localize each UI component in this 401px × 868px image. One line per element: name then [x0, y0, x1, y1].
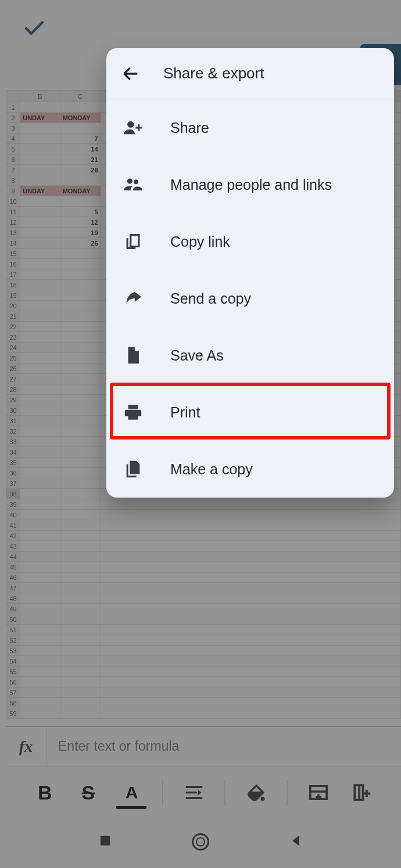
menu-item-label: Manage people and links [170, 177, 332, 193]
menu-title: Share & export [163, 64, 264, 82]
menu-item-label: Copy link [170, 233, 230, 250]
menu-item-label: Print [170, 404, 200, 421]
file-icon [123, 345, 144, 366]
person-add-icon [123, 117, 144, 138]
menu-item-copylink[interactable]: Copy link [106, 213, 394, 270]
people-icon [123, 174, 144, 195]
menu-item-label: Make a copy [170, 461, 253, 478]
menu-item-share[interactable]: Share [106, 99, 394, 156]
print-icon [123, 402, 144, 423]
menu-header: Share & export [106, 48, 394, 99]
copy-link-icon [123, 231, 144, 252]
file-copy-icon [123, 459, 144, 480]
arrow-share-icon [123, 288, 144, 309]
share-export-menu: Share & export ShareManage people and li… [106, 48, 394, 498]
menu-item-makecopy[interactable]: Make a copy [106, 441, 394, 498]
menu-item-label: Share [170, 120, 209, 136]
menu-item-label: Send a copy [170, 290, 251, 307]
menu-back-button[interactable] [120, 63, 141, 84]
menu-item-sendcopy[interactable]: Send a copy [106, 270, 394, 327]
menu-item-manage[interactable]: Manage people and links [106, 156, 394, 213]
menu-item-print[interactable]: Print [106, 384, 394, 441]
menu-item-label: Save As [170, 347, 224, 364]
menu-item-saveas[interactable]: Save As [106, 327, 394, 384]
